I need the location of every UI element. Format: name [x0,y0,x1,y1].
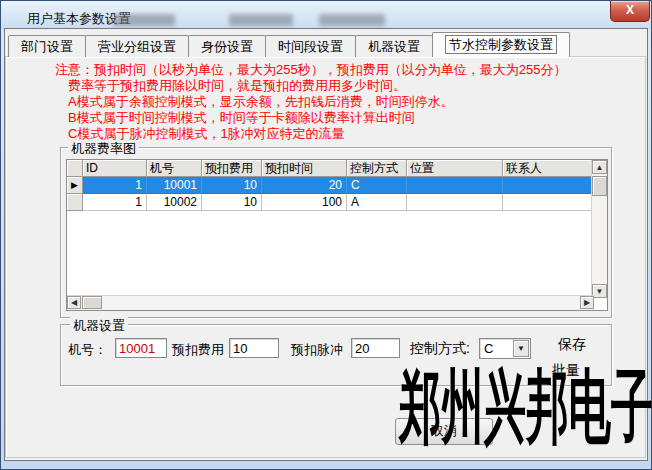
row-selector-arrow-icon: ▶ [67,177,83,194]
row-selector [67,194,83,211]
rate-chart-group-title: 机器费率图 [68,140,139,158]
blurred-watermark [113,14,175,26]
cancel-button[interactable]: 取消 [395,418,493,445]
batch-button[interactable]: 批量 [552,362,580,380]
column-header-contact[interactable]: 联系人 [503,160,594,177]
tab-water-saving-control[interactable]: 节水控制参数设置 [432,32,570,57]
machine-number-input[interactable] [115,338,167,358]
cell-id[interactable]: 1 [83,177,147,194]
tab-time-period[interactable]: 时间段设置 [265,35,356,57]
table-row[interactable]: ▶ 1 10001 10 20 C [67,177,594,194]
close-button[interactable]: X [610,1,650,22]
prededuct-pulse-label: 预扣脉冲 [291,341,343,359]
tab-business-group[interactable]: 营业分组设置 [85,35,189,57]
column-header-mode[interactable]: 控制方式 [347,160,407,177]
cell-time[interactable]: 100 [262,194,347,211]
prededuct-pulse-input[interactable] [351,338,400,358]
horizontal-scroll-thumb[interactable] [82,296,102,309]
tab-identity[interactable]: 身份设置 [188,35,266,57]
vertical-scroll-thumb[interactable] [592,176,607,196]
machine-settings-group-title: 机器设置 [70,317,128,335]
table-row[interactable]: 1 10002 10 100 A [67,194,594,211]
cell-time[interactable]: 20 [262,177,347,194]
column-header-id[interactable]: ID [83,160,147,177]
cell-id[interactable]: 1 [83,194,147,211]
cell-mode[interactable]: A [347,194,407,211]
prededuct-fee-input[interactable] [229,338,279,358]
title-bar: 用户基本参数设置 [1,1,651,29]
tab-strip: 部门设置 营业分组设置 身份设置 时间段设置 机器设置 节水控制参数设置 [8,32,569,57]
blurred-watermark [319,14,385,26]
horizontal-scrollbar[interactable]: ◀ ▶ [67,295,594,310]
machine-rate-grid: ID 机号 预扣费用 预扣时间 控制方式 位置 联系人 ▶ 1 10001 10… [66,159,608,311]
grid-header-row: ID 机号 预扣费用 预扣时间 控制方式 位置 联系人 [67,160,594,177]
cell-fee[interactable]: 10 [202,194,262,211]
scroll-left-icon[interactable]: ◀ [67,296,81,309]
cell-location[interactable] [407,194,503,211]
scroll-up-icon[interactable]: ▲ [592,160,607,174]
tab-department[interactable]: 部门设置 [8,35,86,57]
vertical-scrollbar[interactable]: ▲ ▼ [591,160,607,298]
tab-label: 节水控制参数设置 [445,35,557,54]
cell-contact[interactable] [503,194,594,211]
control-mode-value: C [484,341,493,356]
cell-location[interactable] [407,177,503,194]
cell-mode[interactable]: C [347,177,407,194]
blurred-watermark [229,14,293,26]
column-header-location[interactable]: 位置 [407,160,503,177]
control-mode-label: 控制方式: [410,340,470,358]
cell-contact[interactable] [503,177,594,194]
save-button[interactable]: 保存 [558,336,586,354]
app-window: { "window": { "title": "用户基本参数设置", "clos… [0,0,652,470]
tab-machine[interactable]: 机器设置 [355,35,433,57]
chevron-down-icon[interactable]: ▼ [513,340,529,357]
cell-machine[interactable]: 10001 [147,177,202,194]
column-header-time[interactable]: 预扣时间 [262,160,347,177]
control-mode-select[interactable]: C ▼ [479,338,531,359]
machine-number-label: 机号： [68,341,107,359]
column-header-fee[interactable]: 预扣费用 [202,160,262,177]
scroll-right-icon[interactable]: ▶ [580,296,594,309]
prededuct-fee-label: 预扣费用 [172,341,224,359]
cell-machine[interactable]: 10002 [147,194,202,211]
column-header-machine[interactable]: 机号 [147,160,202,177]
scroll-down-icon[interactable]: ▼ [592,284,607,298]
grid-corner-cell [67,160,83,177]
cell-fee[interactable]: 10 [202,177,262,194]
